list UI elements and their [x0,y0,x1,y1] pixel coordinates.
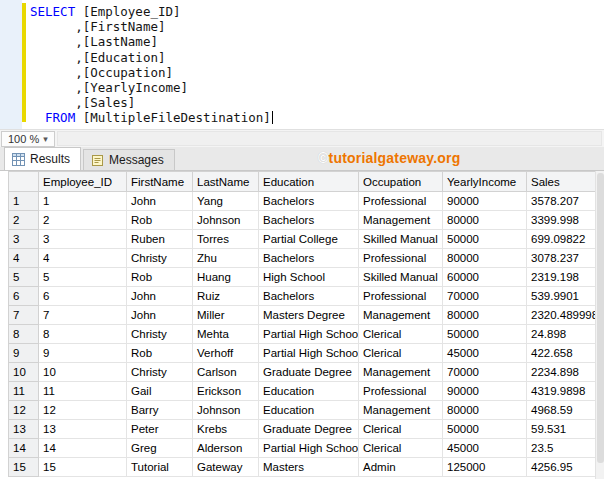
tab-messages[interactable]: Messages [83,149,175,170]
grid-cell[interactable]: Partial High School [259,325,359,344]
column-header[interactable]: LastName [193,172,259,192]
column-header[interactable]: Occupation [359,172,443,192]
grid-cell[interactable]: 45000 [443,439,527,458]
grid-cell[interactable]: Education [259,382,359,401]
grid-cell[interactable]: 7 [39,306,127,325]
grid-cell[interactable]: Graduate Degree [259,420,359,439]
grid-cell[interactable]: Management [359,306,443,325]
grid-cell[interactable]: Partial High School [259,439,359,458]
vertical-scrollbar[interactable] [595,171,604,479]
grid-cell[interactable]: 80000 [443,249,527,268]
grid-cell[interactable]: Gateway [193,458,259,477]
grid-cell[interactable]: Gail [127,382,193,401]
grid-cell[interactable]: Bachelors [259,192,359,211]
grid-cell[interactable]: Huang [193,268,259,287]
grid-cell[interactable]: 12 [39,401,127,420]
row-number[interactable]: 11 [9,382,39,401]
grid-cell[interactable]: Partial College [259,230,359,249]
grid-cell[interactable]: John [127,287,193,306]
grid-cell[interactable]: 70000 [443,287,527,306]
grid-cell[interactable]: 10 [39,363,127,382]
grid-cell[interactable]: Mehta [193,325,259,344]
grid-cell[interactable]: 80000 [443,401,527,420]
grid-cell[interactable]: Christy [127,249,193,268]
grid-cell[interactable]: Partial High School [259,344,359,363]
grid-cell[interactable]: Management [359,211,443,230]
grid-cell[interactable]: Management [359,401,443,420]
grid-cell[interactable]: 6 [39,287,127,306]
row-number[interactable]: 9 [9,344,39,363]
grid-cell[interactable]: Professional [359,192,443,211]
row-number[interactable]: 10 [9,363,39,382]
grid-cell[interactable]: 4 [39,249,127,268]
grid-cell[interactable]: 3078.237 [527,249,597,268]
sql-code[interactable]: SELECT [Employee_ID] ,[FirstName] ,[Last… [30,4,273,126]
grid-cell[interactable]: Yang [193,192,259,211]
horizontal-scrollbar[interactable] [57,131,602,146]
grid-cell[interactable]: Carlson [193,363,259,382]
grid-cell[interactable]: 11 [39,382,127,401]
grid-cell[interactable]: John [127,306,193,325]
grid-cell[interactable]: Rob [127,268,193,287]
grid-cell[interactable]: 125000 [443,458,527,477]
grid-cell[interactable]: Professional [359,382,443,401]
row-number[interactable]: 4 [9,249,39,268]
grid-cell[interactable]: 59.531 [527,420,597,439]
grid-cell[interactable]: Clerical [359,439,443,458]
row-number[interactable]: 13 [9,420,39,439]
grid-cell[interactable]: 699.09822 [527,230,597,249]
grid-cell[interactable]: Masters Degree [259,306,359,325]
column-header[interactable]: YearlyIncome [443,172,527,192]
grid-cell[interactable]: 2319.198 [527,268,597,287]
grid-cell[interactable]: 24.898 [527,325,597,344]
grid-cell[interactable]: Greg [127,439,193,458]
grid-cell[interactable]: 45000 [443,344,527,363]
grid-cell[interactable]: 50000 [443,230,527,249]
row-number[interactable]: 7 [9,306,39,325]
sql-editor[interactable]: SELECT [Employee_ID] ,[FirstName] ,[Last… [0,0,604,129]
grid-cell[interactable]: Education [259,401,359,420]
grid-cell[interactable]: Bachelors [259,287,359,306]
grid-cell[interactable]: 422.658 [527,344,597,363]
grid-cell[interactable]: Zhu [193,249,259,268]
row-number[interactable]: 6 [9,287,39,306]
grid-cell[interactable]: 14 [39,439,127,458]
column-header[interactable]: Employee_ID [39,172,127,192]
grid-cell[interactable]: 5 [39,268,127,287]
column-header[interactable]: Sales [527,172,597,192]
grid-cell[interactable]: Tutorial [127,458,193,477]
grid-cell[interactable]: 539.9901 [527,287,597,306]
grid-cell[interactable]: Erickson [193,382,259,401]
row-number[interactable]: 2 [9,211,39,230]
grid-cell[interactable]: 13 [39,420,127,439]
grid-cell[interactable]: Verhoff [193,344,259,363]
grid-cell[interactable]: Peter [127,420,193,439]
row-number[interactable]: 1 [9,192,39,211]
grid-cell[interactable]: 90000 [443,192,527,211]
grid-cell[interactable]: 2234.898 [527,363,597,382]
grid-cell[interactable]: Johnson [193,401,259,420]
row-number[interactable]: 8 [9,325,39,344]
grid-cell[interactable]: 90000 [443,382,527,401]
grid-cell[interactable]: 1 [39,192,127,211]
grid-cell[interactable]: Ruiz [193,287,259,306]
grid-cell[interactable]: High School [259,268,359,287]
grid-cell[interactable]: Torres [193,230,259,249]
tab-results[interactable]: Results [4,147,81,170]
grid-cell[interactable]: Skilled Manual [359,230,443,249]
grid-cell[interactable]: Clerical [359,344,443,363]
grid-cell[interactable]: Ruben [127,230,193,249]
grid-cell[interactable]: 15 [39,458,127,477]
grid-cell[interactable]: Rob [127,344,193,363]
row-number[interactable]: 12 [9,401,39,420]
grid-cell[interactable]: Masters [259,458,359,477]
grid-cell[interactable]: 3399.998 [527,211,597,230]
grid-cell[interactable]: Admin [359,458,443,477]
grid-cell[interactable]: Management [359,363,443,382]
scrollbar-thumb[interactable] [597,173,604,463]
grid-cell[interactable]: 60000 [443,268,527,287]
grid-cell[interactable]: 8 [39,325,127,344]
grid-cell[interactable]: Skilled Manual [359,268,443,287]
grid-cell[interactable]: 23.5 [527,439,597,458]
grid-cell[interactable]: Bachelors [259,211,359,230]
